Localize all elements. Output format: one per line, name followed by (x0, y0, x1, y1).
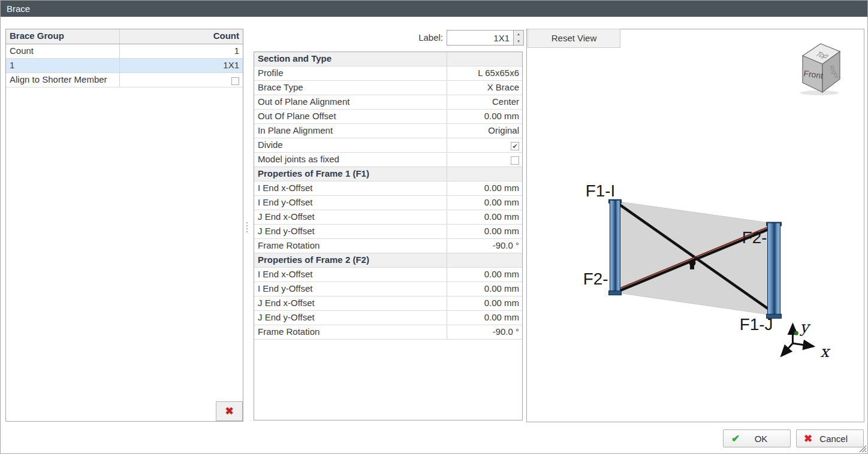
properties-panel: Section and Type Profile L 65x65x6 Brace… (254, 52, 523, 420)
prop-row-f2-i-end-y-offset[interactable]: I End y-Offset 0.00 mm (254, 282, 522, 296)
prop-value[interactable]: 0.00 mm (447, 110, 522, 123)
frame-label-f1-i: F1-I (586, 181, 616, 200)
prop-label: Frame Rotation (254, 239, 447, 253)
center-joint-tail (690, 264, 694, 270)
prop-row-f1-i-end-y-offset[interactable]: I End y-Offset 0.00 mm (254, 196, 522, 210)
section-header-frame-2: Properties of Frame 2 (F2) (254, 253, 522, 268)
prop-value[interactable]: 0.00 mm (447, 210, 522, 224)
section-header-section-and-type: Section and Type (254, 52, 522, 66)
ok-check-icon: ✔ (724, 432, 748, 445)
cancel-x-icon: ✖ (797, 432, 819, 445)
prop-label: Out of Plane Alignment (254, 95, 447, 109)
prop-label: J End x-Offset (254, 210, 447, 224)
spinner-up-button[interactable]: ▲ (514, 31, 523, 38)
row-value[interactable]: 1 (120, 44, 243, 58)
prop-value[interactable]: 0.00 mm (447, 311, 522, 325)
prop-value[interactable]: 0.00 mm (447, 282, 522, 296)
resize-grip[interactable] (858, 444, 867, 453)
prop-row-profile[interactable]: Profile L 65x65x6 (254, 66, 522, 81)
divide-checkbox[interactable]: ✔ (511, 142, 519, 150)
prop-row-f1-j-end-y-offset[interactable]: J End y-Offset 0.00 mm (254, 225, 522, 239)
prop-label: I End y-Offset (254, 196, 447, 210)
axes-triad: y x (781, 318, 831, 361)
delete-brace-button[interactable]: ✖ (216, 401, 243, 421)
prop-row-out-of-plane-offset[interactable]: Out Of Plane Offset 0.00 mm (254, 110, 522, 124)
brace-group-header-row: Brace Group Count (6, 29, 243, 44)
prop-value[interactable]: 0.00 mm (447, 181, 522, 195)
prop-row-f2-frame-rotation[interactable]: Frame Rotation -90.0 ° (254, 325, 522, 340)
section-header-frame-1: Properties of Frame 1 (F1) (254, 167, 522, 181)
prop-row-f2-j-end-x-offset[interactable]: J End x-Offset 0.00 mm (254, 296, 522, 311)
prop-label: Divide (254, 138, 447, 152)
row-label: Count (6, 44, 120, 58)
prop-label: Profile (254, 66, 447, 80)
prop-value[interactable]: 0.00 mm (447, 196, 522, 210)
prop-row-f1-i-end-x-offset[interactable]: I End x-Offset 0.00 mm (254, 181, 522, 196)
title-bar: Brace (1, 1, 867, 17)
column-left[interactable] (609, 199, 622, 295)
prop-row-f2-i-end-x-offset[interactable]: I End x-Offset 0.00 mm (254, 268, 522, 282)
label-spinner: ▲ ▼ (514, 30, 524, 46)
column-header-count[interactable]: Count (120, 29, 243, 44)
table-row-align-to-shorter-member[interactable]: Align to Shorter Member (6, 73, 243, 87)
axis-origin-node (794, 331, 798, 335)
prop-label: I End x-Offset (254, 268, 447, 282)
prop-label: J End x-Offset (254, 296, 447, 310)
cancel-button-label: Cancel (819, 434, 848, 444)
view-cube-widget[interactable]: Top Front Right (794, 35, 848, 95)
prop-row-out-of-plane-alignment[interactable]: Out of Plane Alignment Center (254, 95, 522, 110)
prop-label: I End x-Offset (254, 181, 447, 195)
column-header-brace-group[interactable]: Brace Group (6, 29, 120, 44)
prop-label: J End y-Offset (254, 225, 447, 238)
spinner-down-button[interactable]: ▼ (514, 38, 523, 45)
axis-label-y: y (799, 318, 810, 336)
prop-row-divide[interactable]: Divide ✔ (254, 138, 522, 153)
prop-row-brace-type[interactable]: Brace Type X Brace (254, 81, 522, 95)
prop-value[interactable]: Center (447, 95, 522, 109)
ok-button[interactable]: ✔ OK (723, 429, 791, 447)
ok-button-label: OK (748, 434, 774, 444)
prop-label: In Plane Alignment (254, 124, 447, 138)
prop-value[interactable]: Original (447, 124, 522, 138)
reset-view-button[interactable]: Reset View (528, 29, 620, 48)
prop-label: Frame Rotation (254, 325, 447, 339)
prop-label: Brace Type (254, 81, 447, 95)
label-input[interactable] (447, 30, 514, 46)
table-row-brace-1[interactable]: 1 1X1 (6, 59, 243, 73)
prop-row-f2-j-end-y-offset[interactable]: J End y-Offset 0.00 mm (254, 311, 522, 325)
window-title: Brace (7, 4, 30, 14)
prop-value[interactable]: -90.0 ° (447, 239, 522, 253)
prop-value[interactable]: 0.00 mm (447, 268, 522, 282)
row-label: Align to Shorter Member (6, 73, 120, 87)
cancel-button[interactable]: ✖ Cancel (796, 429, 864, 447)
brace-dialog: Brace Brace Group Count Count 1 1 1X1 Al… (0, 0, 868, 454)
row-label: 1 (6, 59, 120, 72)
model-joints-as-fixed-checkbox[interactable] (511, 156, 519, 165)
prop-label: Model joints as fixed (254, 153, 447, 167)
prop-value[interactable]: 0.00 mm (447, 296, 522, 310)
prop-label: I End y-Offset (254, 282, 447, 296)
delete-x-icon: ✖ (225, 405, 233, 417)
prop-value[interactable]: 0.00 mm (447, 225, 522, 238)
prop-label: Out Of Plane Offset (254, 110, 447, 123)
prop-row-model-joints-as-fixed[interactable]: Model joints as fixed (254, 153, 522, 167)
prop-label: J End y-Offset (254, 311, 447, 325)
frame-label-f2-i: F2- (583, 270, 608, 288)
row-value[interactable]: 1X1 (120, 59, 243, 72)
prop-row-f1-frame-rotation[interactable]: Frame Rotation -90.0 ° (254, 239, 522, 253)
brace-group-panel: Brace Group Count Count 1 1 1X1 Align to… (5, 29, 243, 422)
viewport-3d[interactable]: F1-I F2- F2- F1-J (526, 29, 864, 422)
panel-splitter-handle[interactable] (244, 213, 250, 241)
prop-value[interactable]: X Brace (447, 81, 522, 95)
prop-row-f1-j-end-x-offset[interactable]: J End x-Offset 0.00 mm (254, 210, 522, 225)
align-to-shorter-member-checkbox[interactable] (231, 77, 239, 85)
axis-label-x: x (820, 343, 831, 361)
label-caption: Label: (402, 32, 443, 43)
table-row-count[interactable]: Count 1 (6, 44, 243, 59)
prop-value[interactable]: -90.0 ° (447, 325, 522, 339)
column-right[interactable] (767, 222, 782, 318)
prop-value[interactable]: L 65x65x6 (447, 66, 522, 80)
prop-row-in-plane-alignment[interactable]: In Plane Alignment Original (254, 124, 522, 138)
